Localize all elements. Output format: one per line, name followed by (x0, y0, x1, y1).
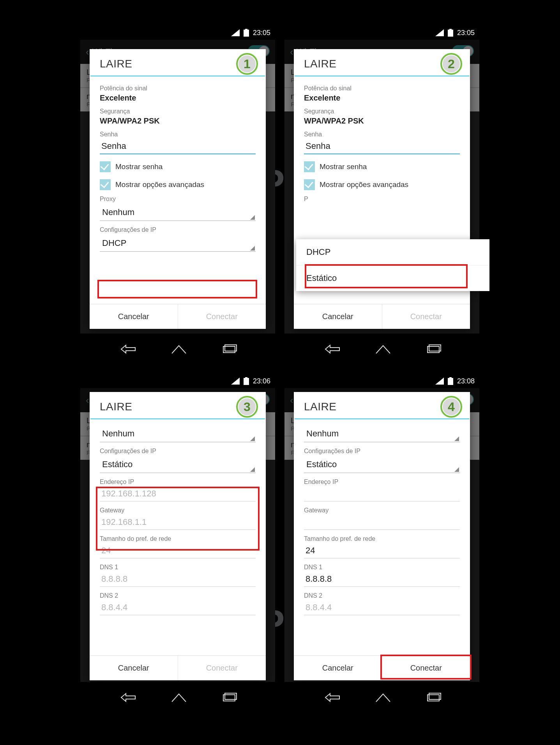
prefix-length-label: Tamanho do pref. de rede (304, 535, 460, 542)
dns2-input[interactable] (304, 599, 460, 615)
gateway-label: Gateway (100, 507, 256, 514)
gateway-label: Gateway (304, 507, 460, 514)
security-value: WPA/WPA2 PSK (304, 117, 460, 125)
password-input[interactable] (304, 138, 460, 154)
screenshot-step-2: 23:05 ‹ Wi-Fi LAPro naFo LAIRE Potência … (284, 26, 479, 365)
nav-bar (284, 682, 479, 713)
password-input[interactable] (100, 138, 256, 154)
status-bar: 23:05 (284, 26, 479, 40)
ip-settings-label: Configurações de IP (304, 448, 460, 455)
battery-icon (448, 377, 453, 385)
back-nav-icon[interactable] (118, 692, 136, 703)
recents-nav-icon[interactable] (222, 692, 237, 703)
connect-button[interactable]: Conectar (382, 656, 470, 680)
prefix-length-input[interactable] (304, 542, 460, 558)
home-nav-icon[interactable] (375, 344, 391, 354)
ip-settings-label: Configurações de IP (100, 226, 256, 233)
proxy-label: Proxy (100, 196, 256, 203)
ip-address-label: Endereço IP (100, 478, 256, 485)
clock: 23:05 (457, 29, 475, 37)
ip-settings-spinner[interactable]: Estático (100, 455, 256, 473)
password-label: Senha (304, 131, 460, 138)
nav-bar (80, 682, 275, 713)
ip-address-input[interactable] (304, 485, 460, 501)
screenshot-step-3: 23:06 ‹ Wi-Fi LAPro naFo LAIRE Nenhum Co… (80, 374, 275, 713)
nav-bar (80, 334, 275, 365)
clock: 23:08 (457, 377, 475, 385)
status-bar: 23:06 (80, 374, 275, 388)
show-advanced-checkbox[interactable]: Mostrar opções avançadas (100, 179, 256, 190)
signal-icon (435, 378, 444, 385)
show-advanced-checkbox[interactable]: Mostrar opções avançadas (304, 179, 460, 190)
security-value: WPA/WPA2 PSK (100, 117, 256, 125)
popup-option-dhcp[interactable]: DHCP (296, 239, 489, 265)
battery-icon (244, 29, 249, 37)
popup-option-static[interactable]: Estático (296, 265, 489, 291)
cancel-button[interactable]: Cancelar (294, 656, 382, 680)
screenshot-step-1: 23:05 ‹ Wi-Fi LA Pro na Fo LA (80, 26, 275, 365)
security-label: Segurança (304, 108, 460, 115)
connect-button[interactable]: Conectar (382, 304, 470, 329)
ip-address-label: Endereço IP (304, 478, 460, 485)
ip-settings-spinner[interactable]: DHCP (100, 234, 256, 252)
signal-icon (231, 29, 240, 36)
svg-rect-4 (448, 30, 453, 37)
home-nav-icon[interactable] (171, 692, 187, 703)
connect-button[interactable]: Conectar (178, 304, 266, 329)
gateway-input[interactable] (100, 514, 256, 530)
recents-nav-icon[interactable] (222, 344, 237, 354)
wifi-config-dialog: LAIRE Nenhum Configurações de IP Estátic… (90, 392, 266, 680)
screenshot-step-4: 23:08 ‹ Wi-Fi LAPro naFo LAIRE Nenhum Co… (284, 374, 479, 713)
gateway-input[interactable] (304, 514, 460, 530)
svg-rect-1 (245, 29, 247, 30)
dns1-input[interactable] (100, 571, 256, 587)
clock: 23:06 (253, 377, 270, 385)
svg-rect-12 (448, 378, 453, 385)
dns2-input[interactable] (100, 599, 256, 615)
prefix-length-input[interactable] (100, 542, 256, 558)
recents-nav-icon[interactable] (426, 692, 442, 703)
svg-rect-13 (449, 377, 452, 378)
svg-rect-8 (244, 378, 249, 385)
svg-rect-0 (244, 30, 249, 37)
ip-settings-spinner[interactable]: Estático (304, 455, 460, 473)
recents-nav-icon[interactable] (426, 344, 442, 354)
show-password-checkbox[interactable]: Mostrar senha (304, 161, 460, 172)
checkbox-icon (100, 179, 111, 190)
signal-icon (435, 29, 444, 36)
proxy-spinner[interactable]: Nenhum (100, 425, 256, 442)
home-nav-icon[interactable] (171, 344, 187, 354)
signal-strength-label: Potência do sinal (304, 85, 460, 92)
cancel-button[interactable]: Cancelar (294, 304, 382, 329)
step-badge: 4 (440, 396, 462, 418)
cancel-button[interactable]: Cancelar (90, 656, 178, 680)
nav-bar (284, 334, 479, 365)
back-nav-icon[interactable] (322, 692, 340, 703)
back-nav-icon[interactable] (118, 344, 136, 354)
signal-strength-value: Excelente (100, 94, 256, 102)
signal-strength-value: Excelente (304, 94, 460, 102)
status-bar: 23:05 (80, 26, 275, 40)
status-bar: 23:08 (284, 374, 479, 388)
back-nav-icon[interactable] (322, 344, 340, 354)
proxy-spinner[interactable]: Nenhum (100, 203, 256, 221)
security-label: Segurança (100, 108, 256, 115)
wifi-config-dialog: LAIRE Nenhum Configurações de IP Estátic… (294, 392, 470, 680)
ip-settings-label: Configurações de IP (100, 448, 256, 455)
svg-rect-5 (449, 29, 452, 30)
dns1-label: DNS 1 (100, 564, 256, 571)
show-password-checkbox[interactable]: Mostrar senha (100, 161, 256, 172)
step-badge: 2 (440, 53, 462, 75)
dns1-input[interactable] (304, 571, 460, 587)
password-label: Senha (100, 131, 256, 138)
proxy-spinner[interactable]: Nenhum (304, 425, 460, 442)
step-badge: 3 (236, 396, 258, 418)
svg-rect-9 (245, 377, 247, 378)
home-nav-icon[interactable] (375, 692, 391, 703)
clock: 23:05 (253, 29, 270, 37)
battery-icon (448, 29, 453, 37)
dns1-label: DNS 1 (304, 564, 460, 571)
connect-button[interactable]: Conectar (178, 656, 266, 680)
cancel-button[interactable]: Cancelar (90, 304, 178, 329)
ip-address-input[interactable] (100, 485, 256, 501)
